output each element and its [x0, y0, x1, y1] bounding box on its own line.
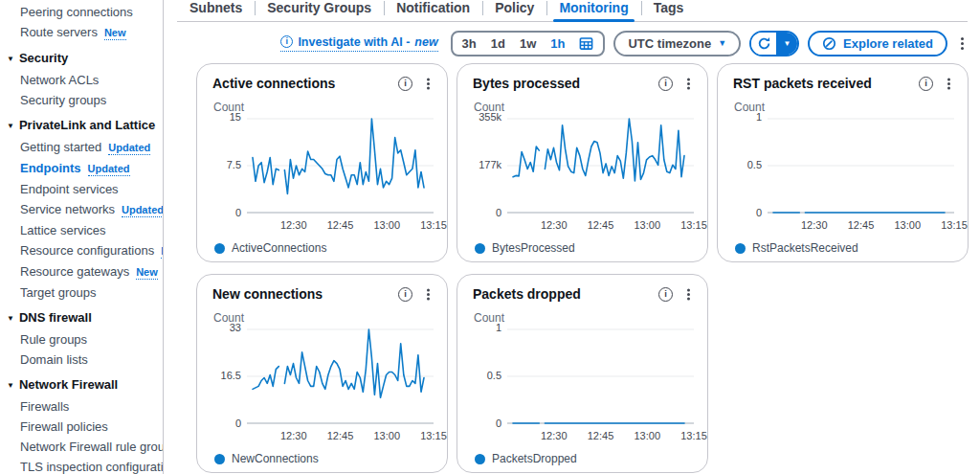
tab-subnets[interactable]: Subnets — [177, 0, 255, 21]
tab-policy[interactable]: Policy — [482, 0, 546, 21]
info-icon[interactable]: i — [658, 287, 673, 302]
chart-menu-button[interactable] — [425, 282, 432, 305]
line-chart[interactable] — [247, 328, 434, 424]
sidebar-section-network-firewall[interactable]: ▼Network Firewall — [0, 374, 163, 396]
y-tick-label: 0.5 — [473, 371, 501, 381]
sidebar-item-tls-inspection-configurations[interactable]: TLS inspection configurations — [0, 457, 163, 474]
range-option-1d[interactable]: 1d — [491, 36, 505, 51]
chart-legend[interactable]: PacketsDropped — [473, 452, 692, 465]
x-tick-label: 12:30 — [541, 430, 568, 441]
line-chart[interactable] — [507, 328, 694, 424]
x-tick-label: 13:15 — [941, 219, 968, 231]
info-icon[interactable]: i — [919, 77, 933, 91]
tab-notification[interactable]: Notification — [384, 0, 482, 21]
legend-label: NewConnections — [232, 452, 319, 465]
refresh-icon — [757, 36, 771, 51]
updated-badge[interactable]: Updated — [88, 163, 130, 176]
chart-legend[interactable]: NewConnections — [212, 452, 432, 465]
sidebar-item-domain-lists[interactable]: Domain lists — [0, 350, 163, 370]
x-tick-label: 13:15 — [420, 430, 447, 441]
chart-legend[interactable]: ActiveConnections — [212, 241, 432, 255]
sidebar-item-network-acls[interactable]: Network ACLs — [0, 70, 163, 90]
sidebar-item-security-groups[interactable]: Security groups — [0, 90, 163, 110]
line-chart[interactable] — [247, 118, 434, 214]
refresh-options-button[interactable]: ▼ — [777, 33, 797, 55]
chart-legend[interactable]: RstPacketsReceived — [733, 241, 952, 255]
sidebar-item-label: Security groups — [20, 93, 106, 107]
info-icon[interactable]: i — [658, 77, 673, 91]
updated-badge[interactable]: Updated — [122, 204, 164, 217]
refresh-button[interactable] — [751, 33, 777, 55]
sidebar-item-resource-configurations[interactable]: Resource configurationsNew — [0, 240, 163, 261]
line-chart[interactable] — [507, 118, 694, 214]
time-range-selector[interactable]: 3h1d1w1h — [451, 31, 606, 56]
chart-title: Packets dropped — [473, 286, 581, 302]
timezone-dropdown[interactable]: UTC timezone ▼ — [613, 31, 741, 56]
new-badge[interactable]: New — [104, 27, 126, 40]
x-tick-label: 12:45 — [848, 219, 875, 231]
investigate-with-ai-link[interactable]: i Investigate with AI - new — [280, 35, 437, 52]
chart-title: Active connections — [212, 76, 335, 91]
investigate-new-label: new — [414, 35, 437, 49]
y-tick-label: 0 — [212, 208, 241, 218]
explore-related-button[interactable]: Explore related — [808, 31, 947, 56]
y-axis-label: Count — [213, 101, 432, 114]
sidebar-section-privatelink-and-lattice[interactable]: ▼PrivateLink and Lattice — [0, 115, 163, 137]
sidebar-item-resource-gateways[interactable]: Resource gatewaysNew — [0, 261, 163, 282]
new-badge[interactable]: New — [136, 266, 158, 280]
sidebar-section-dns-firewall[interactable]: ▼DNS firewall — [0, 307, 163, 329]
tab-list: SubnetsSecurity GroupsNotificationPolicy… — [177, 0, 696, 21]
sidebar-item-rule-groups[interactable]: Rule groups — [0, 329, 163, 350]
updated-badge[interactable]: Updated — [108, 142, 150, 155]
plot-area: 355k177k0 12:3012:4513:0013:15 — [473, 116, 692, 235]
sidebar-section-security[interactable]: ▼Security — [0, 48, 163, 70]
sidebar-item-firewalls[interactable]: Firewalls — [0, 396, 163, 417]
y-axis-label: Count — [474, 101, 692, 114]
sidebar-item-service-networks[interactable]: Service networksUpdated — [0, 199, 163, 220]
info-icon[interactable]: i — [398, 77, 412, 91]
range-option-1h[interactable]: 1h — [550, 36, 565, 51]
line-chart[interactable] — [768, 118, 954, 214]
y-tick-label: 1 — [733, 112, 762, 123]
sidebar-item-label: Network Firewall — [19, 377, 118, 392]
sidebar-list: Peering connectionsRoute serversNew▼Secu… — [0, 2, 163, 474]
tab-tags[interactable]: Tags — [641, 0, 697, 21]
sidebar-item-lattice-services[interactable]: Lattice services — [0, 220, 163, 240]
sidebar-item-peering-connections[interactable]: Peering connections — [0, 2, 163, 22]
chart-menu-button[interactable] — [946, 72, 952, 95]
sidebar-item-label: Endpoints — [20, 161, 81, 175]
kebab-icon — [947, 82, 950, 85]
sidebar-item-endpoints[interactable]: EndpointsUpdated — [0, 158, 163, 179]
sidebar-item-network-firewall-rule-groups[interactable]: Network Firewall rule groups — [0, 437, 163, 457]
info-icon[interactable]: i — [398, 287, 412, 302]
sidebar-item-endpoint-services[interactable]: Endpoint services — [0, 179, 163, 199]
chart-menu-button[interactable] — [685, 72, 692, 95]
chart-menu-button[interactable] — [425, 72, 432, 95]
range-option-1w[interactable]: 1w — [520, 36, 536, 51]
sidebar-item-route-servers[interactable]: Route serversNew — [0, 22, 163, 43]
sidebar-item-label: Network Firewall rule groups — [20, 440, 164, 454]
y-tick-label: 355k — [473, 112, 501, 123]
timezone-label: UTC timezone — [628, 36, 711, 51]
tab-monitoring[interactable]: Monitoring — [546, 0, 640, 21]
sidebar-item-label: Firewalls — [20, 399, 69, 414]
sidebar-item-firewall-policies[interactable]: Firewall policies — [0, 417, 163, 437]
sidebar-item-label: Rule groups — [20, 332, 87, 347]
sidebar-item-label: Route servers — [20, 25, 98, 39]
y-tick-label: 7.5 — [212, 160, 241, 170]
x-tick-label: 13:15 — [680, 430, 707, 441]
sidebar-item-label: Target groups — [20, 285, 97, 300]
calendar-icon[interactable] — [579, 36, 593, 51]
sidebar-item-label: Resource configurations — [20, 243, 154, 258]
x-tick-label: 12:30 — [801, 219, 828, 231]
sidebar-item-target-groups[interactable]: Target groups — [0, 282, 163, 303]
sidebar-item-label: Network ACLs — [20, 73, 99, 87]
sidebar-item-getting-started[interactable]: Getting startedUpdated — [0, 137, 163, 158]
chart-legend[interactable]: BytesProcessed — [473, 241, 692, 255]
chevron-down-icon: ▼ — [718, 38, 726, 48]
tab-security-groups[interactable]: Security Groups — [255, 0, 384, 21]
chart-menu-button[interactable] — [685, 282, 692, 305]
toolbar-overflow-button[interactable] — [956, 32, 969, 55]
range-option-3h[interactable]: 3h — [462, 36, 477, 51]
plot-area: 10.50 12:3012:4513:0013:15 — [473, 327, 692, 445]
